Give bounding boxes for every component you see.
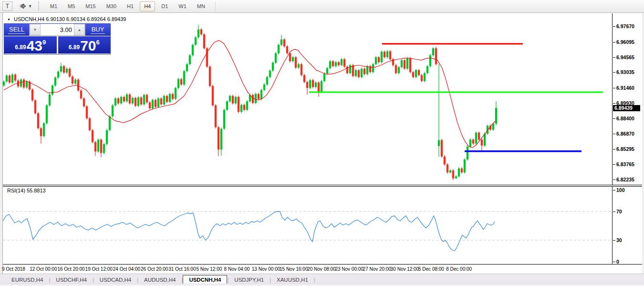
- price-tick-mark: [613, 88, 615, 88]
- sell-label: SELL: [8, 26, 25, 34]
- date-tick-label: 24 Oct 04:00: [113, 266, 140, 272]
- chart-tab-usdcad[interactable]: USDCAD,H4: [94, 275, 137, 284]
- date-tick-label: 5 Dec 08:00: [418, 266, 444, 272]
- volume-increase-button[interactable]: ▲: [74, 24, 85, 35]
- price-tick-label: 6.88400: [616, 116, 634, 121]
- chevron-down-icon[interactable]: ▼: [28, 4, 32, 9]
- cursor-arrows-icon: ✥: [21, 2, 26, 10]
- ask-prefix: 6.89: [69, 44, 80, 51]
- price-tick-label: 6.89930: [616, 100, 634, 106]
- volume-decrease-button[interactable]: ▼: [30, 24, 41, 35]
- time-axis-line: [3, 264, 642, 265]
- chart-tab-bar: EURUSD,H4|USDCHF,H4|USDCAD,H4|AUDUSD,H4|…: [0, 274, 644, 286]
- chart-window: ▲ USDCNH,H4 6.90130 6.90134 6.89264 6.89…: [2, 13, 642, 274]
- price-tick-label: 6.93035: [616, 69, 634, 75]
- chart-symbol: USDCNH,H4: [14, 16, 44, 22]
- bid-pip-digit: 9: [42, 39, 46, 46]
- price-tick-label: 6.94565: [616, 54, 634, 60]
- price-tick-mark: [613, 180, 615, 180]
- date-tick-label: 20 Nov 08:00: [307, 266, 336, 272]
- price-tick-mark: [613, 118, 615, 119]
- price-tick-label: 6.85295: [616, 146, 634, 152]
- timeframe-button-m15[interactable]: M15: [81, 1, 100, 11]
- price-tick-mark: [613, 134, 615, 134]
- price-tick-label: 6.91460: [616, 85, 634, 91]
- rsi-tick-label: 0: [616, 259, 619, 265]
- bid-big-digits: 43: [27, 39, 42, 53]
- timeframe-button-d1[interactable]: D1: [157, 1, 172, 11]
- date-tick-label: 12 Oct 00:00: [30, 266, 57, 272]
- bid-price-box[interactable]: 6.89 43 9: [4, 36, 57, 53]
- price-tick-mark: [613, 42, 615, 42]
- price-tick-mark: [613, 57, 615, 58]
- price-tick-label: 6.86870: [616, 131, 634, 137]
- date-tick-label: 23 Nov 00:00: [335, 266, 364, 272]
- buy-button[interactable]: BUY: [85, 24, 110, 36]
- date-tick-label: 5 Nov 12:00: [196, 266, 222, 272]
- timeframe-button-m30[interactable]: M30: [102, 1, 121, 11]
- ask-price-box[interactable]: 6.89 70 6: [58, 36, 111, 53]
- buy-label: BUY: [91, 26, 105, 34]
- bid-prefix: 6.89: [15, 44, 26, 51]
- chart-tab-usdjpy[interactable]: USDJPY,H1: [229, 275, 270, 284]
- date-tick-label: 30 Nov 12:00: [391, 266, 419, 272]
- chart-divider[interactable]: [3, 185, 642, 185]
- volume-stepper: ▼ 3.00 ▲: [29, 24, 85, 36]
- price-tick-mark: [613, 164, 615, 165]
- rsi-tick-label: 70: [616, 209, 622, 214]
- timeframe-button-w1[interactable]: W1: [174, 1, 191, 11]
- toolbar-grip[interactable]: [38, 2, 41, 11]
- chart-tab-audusd[interactable]: AUDUSD,H4: [138, 275, 181, 284]
- price-tick-label: 6.96095: [616, 39, 634, 45]
- tabbar-bottom-strip: [0, 284, 644, 286]
- chart-ohlc: 6.90130 6.90134 6.89264 6.89439: [46, 16, 126, 22]
- cursor-tool-button[interactable]: ✥ ✥ ▼: [19, 2, 32, 10]
- date-tick-label: 26 Oct 20:00: [141, 266, 168, 272]
- rsi-indicator-label: RSI(14) 55.8813: [7, 188, 46, 193]
- price-tick-mark: [613, 26, 615, 27]
- ask-big-digits: 70: [80, 39, 96, 53]
- date-tick-label: 15 Nov 16:00: [280, 266, 308, 272]
- timeframe-buttons: M1M5M15M30H1H4D1W1MN: [45, 0, 210, 12]
- toolbar: T ✥ ✥ ▼ M1M5M15M30H1H4D1W1MN: [0, 0, 644, 13]
- date-tick-label: 16 Oct 20:00: [57, 266, 84, 272]
- tab-separator: |: [314, 277, 315, 283]
- indicator-top-border: [3, 186, 642, 187]
- chart-title: ▲ USDCNH,H4 6.90130 6.90134 6.89264 6.89…: [7, 16, 126, 22]
- current-price-tag: 6.89439: [613, 105, 640, 111]
- text-tool-button[interactable]: T: [2, 1, 12, 11]
- date-tick-label: 8 Dec 00:00: [446, 266, 472, 272]
- timeframe-button-h4[interactable]: H4: [140, 1, 155, 11]
- chart-tab-usdchf[interactable]: USDCHF,H4: [50, 275, 93, 284]
- price-tick-mark: [613, 72, 615, 73]
- timeframe-button-h1[interactable]: H1: [123, 1, 138, 11]
- timeframe-button-mn[interactable]: MN: [193, 1, 209, 11]
- timeframe-button-m1[interactable]: M1: [46, 1, 62, 11]
- price-tick-label: 6.97670: [616, 23, 634, 29]
- volume-value[interactable]: 3.00: [41, 24, 74, 35]
- timeframe-button-m5[interactable]: M5: [63, 1, 79, 11]
- chart-tab-eurusd[interactable]: EURUSD,H4: [6, 275, 49, 284]
- toolbar-separator: [215, 1, 216, 11]
- date-tick-label: 9 Oct 2018: [2, 266, 25, 272]
- date-tick-label: 31 Oct 16:00: [168, 266, 196, 272]
- rsi-indicator-chart[interactable]: [3, 186, 613, 264]
- rsi-tick-mark: [613, 240, 615, 241]
- one-click-trade-panel: SELL ▼ 3.00 ▲ BUY 6.89 43 9 6.89 70 6: [4, 23, 111, 54]
- date-tick-label: 13 Nov 00:00: [252, 266, 280, 272]
- rsi-tick-label: 100: [616, 187, 625, 193]
- rsi-tick-mark: [613, 262, 615, 262]
- chart-tab-usdcnh[interactable]: USDCNH,H4: [183, 275, 227, 285]
- price-tick-mark: [613, 103, 615, 104]
- rsi-tick-label: 30: [616, 237, 622, 243]
- collapse-arrow-icon[interactable]: ▲: [7, 17, 10, 21]
- rsi-tick-mark: [613, 212, 615, 212]
- sell-button[interactable]: SELL: [4, 24, 29, 36]
- ask-pip-digit: 6: [96, 39, 100, 46]
- date-tick-label: 19 Oct 12:00: [85, 266, 113, 272]
- price-tick-mark: [613, 149, 615, 149]
- price-tick-label: 6.83765: [616, 161, 634, 167]
- date-tick-label: 27 Nov 20:00: [363, 266, 392, 272]
- rsi-tick-mark: [613, 190, 615, 191]
- chart-tab-xauusd[interactable]: XAUUSD,H1: [271, 275, 314, 284]
